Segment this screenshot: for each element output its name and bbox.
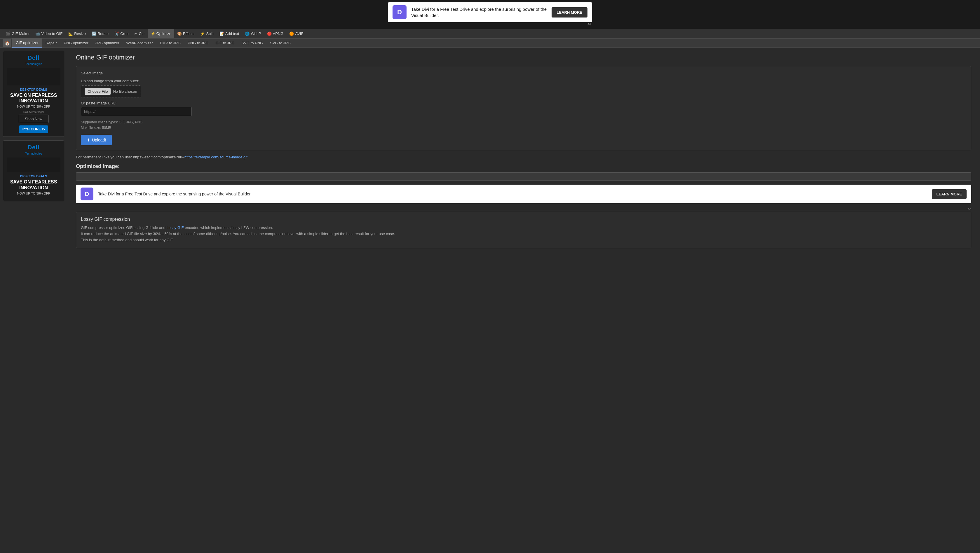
select-image-section: Select image Upload image from your comp… xyxy=(76,66,971,150)
page-layout: Dell Technologies DESKTOP DEALS SAVE ON … xyxy=(0,48,980,254)
lossy-gif-link[interactable]: Lossy GIF xyxy=(166,226,184,230)
nav-cut-label: Cut xyxy=(138,32,145,36)
nav-gif-maker-label: GIF Maker xyxy=(12,32,29,36)
subnav-svg-to-jpg[interactable]: SVG to JPG xyxy=(266,39,294,47)
nav-split-label: Split xyxy=(206,32,213,36)
top-ad-learn-more-button[interactable]: LEARN MORE xyxy=(552,7,587,17)
dell-sub-1: Technologies xyxy=(7,62,60,66)
sidebar-ad-image-1 xyxy=(7,68,60,86)
or-paste-label: Or paste image URL: xyxy=(81,101,966,105)
optimize-icon: ⚡ xyxy=(151,32,155,36)
sidebar-ad-2: Dell Technologies DESKTOP DEALS SAVE ON … xyxy=(3,140,64,201)
nav-split[interactable]: ⚡ Split xyxy=(197,29,216,38)
shop-now-button-1[interactable]: Shop Now xyxy=(19,114,48,123)
lossy-description: GIF compressor optimizes GIFs using Gifs… xyxy=(81,225,966,243)
nav-crop-label: Crop xyxy=(120,32,129,36)
add-text-icon: 📝 xyxy=(220,32,224,36)
top-ad-content[interactable]: D Take Divi for a Free Test Drive and ex… xyxy=(388,2,592,22)
cut-icon: ✂ xyxy=(134,32,137,36)
deals-label-1: DESKTOP DEALS xyxy=(7,88,60,91)
subnav-svg-to-png[interactable]: SVG to PNG xyxy=(238,39,267,47)
inner-ad-text: Take Divi for a Free Test Drive and expl… xyxy=(98,191,927,197)
subnav-png-to-jpg[interactable]: PNG to JPG xyxy=(184,39,212,47)
dell-logo-1: Dell xyxy=(7,54,60,61)
upload-button[interactable]: ⬆ Upload! xyxy=(81,135,112,145)
optimized-image-title: Optimized image: xyxy=(76,163,971,170)
inner-ad[interactable]: D Take Divi for a Free Test Drive and ex… xyxy=(76,184,971,203)
nav-optimize-label: Optimize xyxy=(156,32,171,36)
legal-text-1: Roll over for legal xyxy=(7,111,60,113)
lossy-desc-part1: GIF compressor optimizes GIFs using Gifs… xyxy=(81,226,165,230)
main-content: Online GIF optimizer Select image Upload… xyxy=(67,48,980,254)
subnav-bmp-to-jpg[interactable]: BMP to JPG xyxy=(156,39,184,47)
subnav-repair[interactable]: Repair xyxy=(42,39,60,47)
nav-effects[interactable]: 🎨 Effects xyxy=(174,29,197,38)
inner-ad-learn-more-button[interactable]: LEARN MORE xyxy=(932,189,967,199)
video-to-gif-icon: 📹 xyxy=(35,32,40,36)
nav-add-text-label: Add text xyxy=(225,32,239,36)
nav-crop[interactable]: ✂️ Crop xyxy=(111,29,131,38)
nav-gif-maker[interactable]: 🎬 GIF Maker xyxy=(3,29,32,38)
deals-desc-2: NOW UP TO 38% OFF xyxy=(7,192,60,195)
inner-ad-logo: D xyxy=(81,188,93,200)
upload-label: Upload image from your computer: xyxy=(81,79,966,83)
sub-navigation: 🏠 GIF optimizer Repair PNG optimizer JPG… xyxy=(0,38,980,48)
intel-text: intel xyxy=(22,127,30,131)
nav-webp[interactable]: 🌐 WebP xyxy=(242,29,264,38)
nav-resize-label: Resize xyxy=(74,32,86,36)
rotate-icon: 🔄 xyxy=(92,32,96,36)
dell-sub-2: Technologies xyxy=(7,152,60,155)
nav-apng-label: APNG xyxy=(273,32,284,36)
nav-resize[interactable]: 📐 Resize xyxy=(65,29,89,38)
upload-button-label: Upload! xyxy=(92,138,106,142)
intel-logo-1: intel CORE i5 xyxy=(19,126,48,133)
deals-title-2: SAVE ON FEARLESS INNOVATION xyxy=(7,179,60,190)
top-ad-tag: Ad xyxy=(388,22,592,27)
top-ad-banner: D Take Divi for a Free Test Drive and ex… xyxy=(0,0,980,29)
subnav-gif-to-jpg[interactable]: GIF to JPG xyxy=(212,39,238,47)
subnav-gif-optimizer[interactable]: GIF optimizer xyxy=(12,38,42,48)
nav-video-to-gif[interactable]: 📹 Video to GIF xyxy=(32,29,65,38)
avif-icon: 🟠 xyxy=(289,32,294,36)
apng-icon: 🔴 xyxy=(267,32,272,36)
lossy-title: Lossy GIF compression xyxy=(81,217,966,222)
nav-avif-label: AVIF xyxy=(295,32,303,36)
file-input-wrapper[interactable]: Choose File No file chosen xyxy=(81,86,141,97)
deals-desc-1: NOW UP TO 38% OFF xyxy=(7,105,60,108)
deals-label-2: DESKTOP DEALS xyxy=(7,175,60,178)
optimized-image-placeholder xyxy=(76,172,971,181)
lossy-section: Lossy GIF compression GIF compressor opt… xyxy=(76,212,971,248)
nav-cut[interactable]: ✂ Cut xyxy=(131,29,147,38)
choose-file-button[interactable]: Choose File xyxy=(84,88,111,95)
main-navigation: 🎬 GIF Maker 📹 Video to GIF 📐 Resize 🔄 Ro… xyxy=(0,29,980,38)
intel-core-text: CORE i5 xyxy=(31,127,45,131)
crop-icon: ✂️ xyxy=(115,32,119,36)
nav-add-text[interactable]: 📝 Add text xyxy=(216,29,242,38)
sidebar-ad-image-2 xyxy=(7,157,60,172)
permanent-links-text: For permanent links you can use: https:/… xyxy=(76,155,971,159)
nav-rotate[interactable]: 🔄 Rotate xyxy=(89,29,111,38)
permanent-link-example[interactable]: https://example.com/source-image.gif xyxy=(185,155,248,159)
lossy-desc-part2: encoder, which implements lossy LZW comp… xyxy=(185,226,273,230)
url-input[interactable] xyxy=(81,107,192,116)
lossy-desc3: This is the default method and should wo… xyxy=(81,238,173,242)
lossy-desc2: It can reduce the animated GIF file size… xyxy=(81,232,395,236)
subnav-png-optimizer[interactable]: PNG optimizer xyxy=(60,39,92,47)
nav-apng[interactable]: 🔴 APNG xyxy=(264,29,286,38)
select-image-legend: Select image xyxy=(81,71,966,75)
dell-logo-2: Dell xyxy=(7,144,60,151)
top-ad-text: Take Divi for a Free Test Drive and expl… xyxy=(411,6,547,18)
subnav-jpg-optimizer[interactable]: JPG optimizer xyxy=(92,39,123,47)
nav-avif[interactable]: 🟠 AVIF xyxy=(286,29,306,38)
no-file-text: No file chosen xyxy=(113,89,137,94)
deals-title-1: SAVE ON FEARLESS INNOVATION xyxy=(7,92,60,103)
page-title: Online GIF optimizer xyxy=(76,54,971,61)
supported-types-text: Supported image types: GIF, JPG, PNG Max… xyxy=(81,119,966,131)
upload-icon: ⬆ xyxy=(87,138,90,142)
nav-optimize[interactable]: ⚡ Optimize xyxy=(148,29,174,38)
subnav-webp-optimizer[interactable]: WebP optimizer xyxy=(123,39,156,47)
effects-icon: 🎨 xyxy=(177,32,182,36)
home-icon[interactable]: 🏠 xyxy=(3,39,11,47)
nav-rotate-label: Rotate xyxy=(97,32,108,36)
webp-icon: 🌐 xyxy=(245,32,250,36)
